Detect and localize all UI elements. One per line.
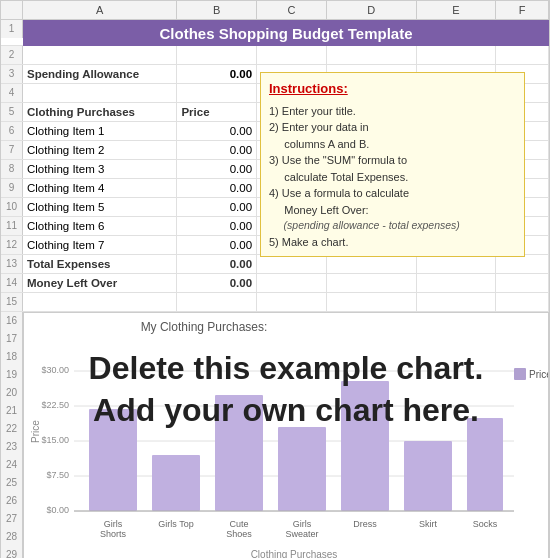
svg-rect-15 [152,455,200,511]
rownum-28: 28 [1,528,23,546]
row-2: 2 [1,46,549,65]
svg-rect-18 [341,381,389,511]
item-7-value[interactable]: 0.00 [177,236,257,254]
item-1-value[interactable]: 0.00 [177,122,257,140]
col-header-c: C [257,1,327,19]
cell-2d[interactable] [327,46,417,64]
money-left-label[interactable]: Money Left Over [23,274,177,292]
rownum-18: 18 [1,348,23,366]
item-1-label[interactable]: Clothing Item 1 [23,122,177,140]
svg-text:$15.00: $15.00 [41,435,69,445]
svg-text:Price: Price [529,369,548,380]
cell-2b[interactable] [177,46,257,64]
svg-text:Clothing Purchases: Clothing Purchases [251,549,338,558]
svg-text:Price: Price [30,420,41,443]
svg-text:Socks: Socks [473,519,498,529]
item-2-label[interactable]: Clothing Item 2 [23,141,177,159]
rownum-26: 26 [1,492,23,510]
cell-2e[interactable] [417,46,497,64]
rownum-21: 21 [1,402,23,420]
rownum-16: 16 [1,312,23,330]
row-13: 13 Total Expenses 0.00 [1,255,549,274]
corner-cell [1,1,23,19]
cell-2f[interactable] [496,46,549,64]
rownum-11: 11 [1,217,23,235]
rownum-20: 20 [1,384,23,402]
col-header-e: E [417,1,497,19]
rownum-19: 19 [1,366,23,384]
rownum-13: 13 [1,255,23,273]
item-4-value[interactable]: 0.00 [177,179,257,197]
rownum-4: 4 [1,84,23,102]
item-5-value[interactable]: 0.00 [177,198,257,216]
chart-rows: 16 17 18 19 20 21 22 23 24 25 26 27 28 2… [1,312,549,558]
rownum-8: 8 [1,160,23,178]
item-2-value[interactable]: 0.00 [177,141,257,159]
svg-text:Shorts: Shorts [100,529,127,539]
item-3-value[interactable]: 0.00 [177,160,257,178]
cell-2a[interactable] [23,46,177,64]
chart-svg: My Clothing Purchases: Price $30.00 $22.… [24,313,548,558]
step-4-note: (spending allowance - total expenses) [269,218,516,234]
svg-text:Dress: Dress [353,519,377,529]
purchases-col-header-a[interactable]: Clothing Purchases [23,103,177,121]
rownum-10: 10 [1,198,23,216]
step-3: 3) Use the "SUM" formula to calculate To… [269,152,516,185]
spending-allowance-value[interactable]: 0.00 [177,65,257,83]
chart-area: My Clothing Purchases: Price $30.00 $22.… [23,312,549,558]
rownum-5: 5 [1,103,23,121]
rownum-7: 7 [1,141,23,159]
svg-rect-17 [278,427,326,511]
cell-4a[interactable] [23,84,177,102]
svg-rect-16 [215,395,263,511]
rownum-17: 17 [1,330,23,348]
item-6-value[interactable]: 0.00 [177,217,257,235]
col-header-d: D [327,1,417,19]
rownum-14: 14 [1,274,23,292]
title-cell: Clothes Shopping Budget Template [23,20,549,46]
step-2: 2) Enter your data in columns A and B. [269,119,516,152]
svg-text:$22.50: $22.50 [41,400,69,410]
rownum-12: 12 [1,236,23,254]
svg-text:Cute: Cute [229,519,248,529]
total-expenses-value[interactable]: 0.00 [177,255,257,273]
svg-text:Sweater: Sweater [285,529,318,539]
spreadsheet-wrapper: Instructions: 1) Enter your title. 2) En… [0,0,550,558]
cell-2c[interactable] [257,46,327,64]
rownum-27: 27 [1,510,23,528]
svg-rect-1 [514,368,526,380]
svg-text:Girls Top: Girls Top [158,519,193,529]
item-5-label[interactable]: Clothing Item 5 [23,198,177,216]
rownum-2: 2 [1,46,23,64]
rownum-22: 22 [1,420,23,438]
svg-text:My Clothing Purchases:: My Clothing Purchases: [141,320,268,334]
rownum-1: 1 [1,20,23,38]
column-headers: A B C D E F [1,1,549,20]
instructions-text: 1) Enter your title. 2) Enter your data … [269,103,516,251]
svg-text:$7.50: $7.50 [46,470,69,480]
col-header-f: F [496,1,549,19]
step-1: 1) Enter your title. [269,103,516,120]
item-6-label[interactable]: Clothing Item 6 [23,217,177,235]
money-left-value[interactable]: 0.00 [177,274,257,292]
item-4-label[interactable]: Clothing Item 4 [23,179,177,197]
row-1: 1 Clothes Shopping Budget Template [1,20,549,46]
rownum-3: 3 [1,65,23,83]
step-5: 5) Make a chart. [269,234,516,251]
spending-allowance-label[interactable]: Spending Allowance [23,65,177,83]
rownum-25: 25 [1,474,23,492]
rownum-29: 29 [1,546,23,558]
purchases-col-header-b[interactable]: Price [177,103,257,121]
row-14: 14 Money Left Over 0.00 [1,274,549,293]
total-expenses-label[interactable]: Total Expenses [23,255,177,273]
svg-rect-19 [404,441,452,511]
cell-4b[interactable] [177,84,257,102]
rownum-24: 24 [1,456,23,474]
step-4: 4) Use a formula to calculate Money Left… [269,185,516,218]
instructions-title: Instructions: [269,79,516,99]
instructions-box: Instructions: 1) Enter your title. 2) En… [260,72,525,257]
item-7-label[interactable]: Clothing Item 7 [23,236,177,254]
rownum-23: 23 [1,438,23,456]
rownum-15: 15 [1,293,23,311]
item-3-label[interactable]: Clothing Item 3 [23,160,177,178]
